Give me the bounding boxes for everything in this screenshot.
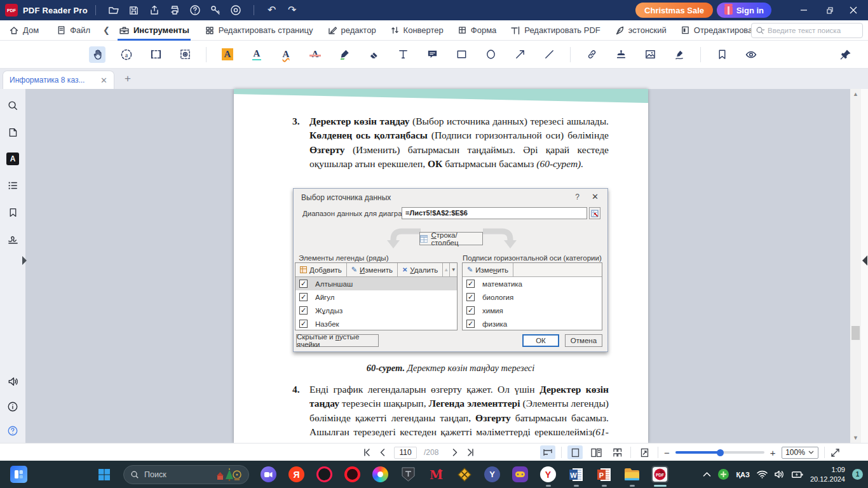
- legend-item-row[interactable]: ✓Назбек: [295, 317, 457, 330]
- checkbox-checked[interactable]: ✓: [466, 280, 475, 288]
- checkbox-checked[interactable]: ✓: [299, 320, 308, 328]
- last-page-button[interactable]: [466, 448, 475, 457]
- zoom-in-button[interactable]: +: [770, 447, 776, 458]
- file-explorer-icon[interactable]: [623, 466, 641, 483]
- legend-item-row[interactable]: ✓Жұлдыз: [295, 304, 457, 317]
- text-tool[interactable]: [395, 46, 411, 63]
- menu-edit-page[interactable]: Редактировать страницу: [203, 20, 315, 41]
- signature-tool[interactable]: [671, 46, 688, 63]
- next-page-button[interactable]: [451, 448, 459, 457]
- axis-edit-button[interactable]: ✎Изменить: [463, 263, 513, 276]
- opera-icon[interactable]: [344, 466, 361, 483]
- yandex-services-icon[interactable]: Y: [484, 466, 501, 483]
- highlight-tool[interactable]: A: [219, 46, 236, 63]
- hand-tool[interactable]: [89, 46, 105, 63]
- fit-page-button[interactable]: [637, 445, 652, 459]
- ellipse-tool[interactable]: [482, 46, 499, 63]
- checkbox-checked[interactable]: ✓: [299, 293, 308, 301]
- axis-item-row[interactable]: ✓математика: [463, 277, 602, 290]
- close-button[interactable]: [844, 1, 863, 19]
- menu-translate[interactable]: эстонский: [613, 20, 668, 41]
- scroll-up-arrow[interactable]: ▲: [850, 89, 861, 99]
- pen-tool[interactable]: [336, 46, 353, 63]
- tab-close-icon[interactable]: ✕: [100, 76, 107, 85]
- menu-editor[interactable]: редактор: [326, 20, 377, 41]
- edit-button[interactable]: ✎Изменить: [347, 263, 398, 276]
- axis-item-row[interactable]: ✓биология: [463, 290, 602, 304]
- help-circle-icon[interactable]: [6, 424, 19, 437]
- hidden-icons-chevron[interactable]: [703, 471, 711, 477]
- open-folder-icon[interactable]: [106, 3, 121, 18]
- read-aloud-icon[interactable]: [6, 375, 19, 388]
- vertical-scrollbar[interactable]: ▲ ▼: [850, 89, 861, 443]
- document-tab[interactable]: Информатика 8 каз... ✕: [3, 71, 114, 89]
- opera-gx-icon[interactable]: [316, 466, 333, 483]
- stamp-tool[interactable]: [613, 46, 629, 63]
- menu-edit-pdf[interactable]: Редактировать PDF: [509, 20, 601, 41]
- zoom-out-button[interactable]: −: [664, 447, 670, 458]
- start-button[interactable]: [95, 466, 112, 483]
- fullscreen-button[interactable]: [831, 448, 840, 458]
- word-icon[interactable]: W: [567, 466, 585, 483]
- dialog-help-icon[interactable]: ?: [575, 193, 580, 201]
- checkbox-checked[interactable]: ✓: [299, 280, 308, 288]
- dialog-close-icon[interactable]: ✕: [592, 192, 599, 201]
- arrow-tool[interactable]: [512, 46, 528, 63]
- page-number-input[interactable]: 110: [394, 447, 417, 459]
- games-app-icon[interactable]: [512, 466, 529, 483]
- single-page-view-button[interactable]: [567, 445, 583, 459]
- menu-file[interactable]: Файл: [55, 20, 92, 41]
- pin-toolbar-icon[interactable]: [837, 46, 854, 63]
- image-tool[interactable]: [642, 46, 658, 63]
- lesta-games-icon[interactable]: [456, 466, 473, 483]
- fit-width-button[interactable]: [540, 445, 555, 459]
- axis-item-row[interactable]: ✓физика: [463, 317, 602, 330]
- remove-button[interactable]: ✕Удалить: [398, 263, 443, 276]
- link-tool[interactable]: [583, 46, 600, 63]
- sign-in-button[interactable]: Sign in: [717, 3, 771, 18]
- squiggly-underline-tool[interactable]: A: [278, 46, 294, 63]
- taskbar-search-box[interactable]: Поиск: [123, 465, 249, 484]
- wifi-icon[interactable]: [757, 470, 768, 478]
- comment-tool[interactable]: [424, 46, 440, 63]
- battery-charging-icon[interactable]: [792, 471, 803, 478]
- antivirus-tray-icon[interactable]: [718, 469, 729, 480]
- axis-item-row[interactable]: ✓химия: [463, 304, 602, 317]
- sidebar-expand-handle[interactable]: [22, 256, 27, 265]
- panel-collapse-handle[interactable]: [862, 255, 867, 266]
- menu-search-input[interactable]: [768, 27, 844, 34]
- undo-icon[interactable]: ↶: [264, 3, 280, 18]
- zoom-slider-thumb[interactable]: [717, 449, 724, 456]
- eraser-tool[interactable]: [365, 46, 382, 63]
- settings-icon[interactable]: [228, 3, 243, 18]
- checkbox-checked[interactable]: ✓: [466, 320, 475, 328]
- info-icon[interactable]: [6, 400, 19, 413]
- widgets-icon[interactable]: [10, 466, 27, 483]
- chart-data-range-field[interactable]: =Лист5!$A$2:$E$6: [402, 207, 587, 219]
- keyboard-language[interactable]: ҚАЗ: [736, 471, 750, 478]
- mir-tankov-icon[interactable]: М̂: [428, 466, 445, 483]
- checkbox-checked[interactable]: ✓: [466, 306, 475, 315]
- add-button[interactable]: Добавить: [295, 263, 347, 276]
- strikethrough-tool[interactable]: A: [307, 46, 323, 63]
- yandex-app-icon[interactable]: Я: [288, 466, 305, 483]
- sidebar-bookmarks-icon[interactable]: [6, 206, 19, 219]
- print-icon[interactable]: [167, 3, 182, 18]
- yandex-browser-icon[interactable]: Y: [539, 466, 557, 483]
- notification-count-badge[interactable]: 1: [852, 469, 863, 480]
- menu-tools[interactable]: Инструменты: [118, 20, 191, 41]
- sidebar-signature-icon[interactable]: [6, 233, 19, 245]
- row-column-switch-button[interactable]: Строка/столбец: [419, 232, 483, 245]
- bookmark-tool[interactable]: [714, 46, 730, 63]
- two-page-view-button[interactable]: [588, 445, 604, 459]
- history-back-chevron[interactable]: ❮: [102, 25, 111, 35]
- checkbox-checked[interactable]: ✓: [299, 306, 308, 315]
- new-tab-button[interactable]: +: [125, 72, 131, 85]
- sidebar-outline-icon[interactable]: [6, 179, 19, 192]
- share-icon[interactable]: [147, 3, 162, 18]
- move-up-button[interactable]: ▲: [443, 263, 450, 276]
- hidden-empty-cells-button[interactable]: Скрытые и пустые ячейки: [296, 334, 379, 347]
- pdf-reader-pro-taskbar-icon[interactable]: PDF: [651, 466, 668, 483]
- first-page-button[interactable]: [362, 448, 371, 457]
- christmas-sale-button[interactable]: Christmas Sale: [635, 3, 713, 18]
